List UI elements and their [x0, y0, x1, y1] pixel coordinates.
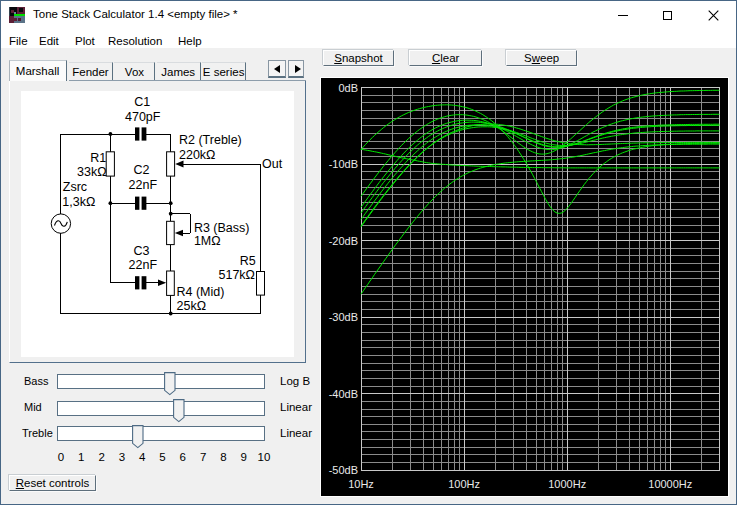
- svg-text:R2 (Treble): R2 (Treble): [179, 133, 242, 147]
- svg-text:R1: R1: [90, 151, 106, 165]
- svg-text:22nF: 22nF: [129, 258, 158, 272]
- svg-text:R4 (Mid): R4 (Mid): [177, 285, 225, 299]
- svg-text:R5: R5: [240, 254, 256, 268]
- svg-text:C1: C1: [134, 95, 150, 109]
- svg-text:22nF: 22nF: [129, 178, 158, 192]
- svg-text:220kΩ: 220kΩ: [179, 148, 215, 162]
- svg-text:Out: Out: [262, 157, 283, 171]
- svg-text:1,3kΩ: 1,3kΩ: [62, 195, 95, 209]
- svg-text:-10dB: -10dB: [329, 158, 358, 170]
- svg-text:-20dB: -20dB: [329, 235, 358, 247]
- svg-text:-40dB: -40dB: [329, 388, 358, 400]
- svg-text:-50dB: -50dB: [329, 464, 358, 476]
- svg-text:C2: C2: [134, 163, 150, 177]
- svg-text:470pF: 470pF: [125, 110, 161, 124]
- svg-text:25kΩ: 25kΩ: [177, 299, 207, 313]
- svg-text:100Hz: 100Hz: [448, 478, 480, 490]
- svg-text:10Hz: 10Hz: [348, 478, 374, 490]
- svg-text:33kΩ: 33kΩ: [77, 165, 107, 179]
- svg-text:0dB: 0dB: [338, 82, 358, 94]
- svg-text:517kΩ: 517kΩ: [219, 268, 255, 282]
- svg-text:Zsrc: Zsrc: [63, 180, 87, 194]
- svg-text:-30dB: -30dB: [329, 311, 358, 323]
- svg-text:C3: C3: [134, 244, 150, 258]
- svg-text:R3 (Bass): R3 (Bass): [194, 221, 250, 235]
- svg-text:10000Hz: 10000Hz: [648, 478, 692, 490]
- svg-text:1000Hz: 1000Hz: [548, 478, 586, 490]
- svg-text:1MΩ: 1MΩ: [194, 234, 221, 248]
